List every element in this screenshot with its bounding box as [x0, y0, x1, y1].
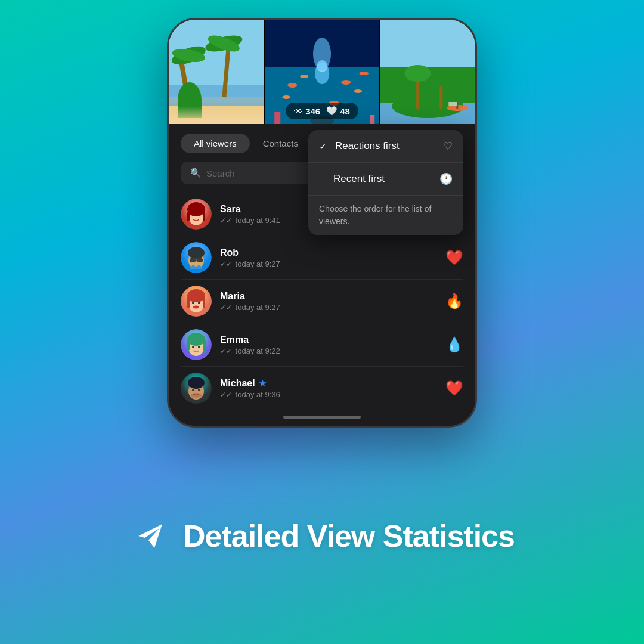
search-icon: 🔍 [190, 168, 202, 178]
viewer-time: ✓✓ today at 9:27 [220, 259, 445, 268]
svg-rect-46 [197, 258, 203, 262]
tooltip-box: Choose the order for the list of viewers… [308, 195, 463, 235]
svg-point-69 [129, 515, 171, 557]
reactions-first-text: Reactions first [335, 140, 400, 152]
viewer-info: Rob ✓✓ today at 9:27 [220, 247, 445, 268]
recent-first-text: Recent first [333, 173, 385, 185]
viewer-name: Rob [220, 247, 445, 258]
page-wrapper: 👁 346 🤍 48 [0, 0, 644, 644]
home-indicator [283, 416, 361, 419]
read-checkmark: ✓✓ [220, 260, 232, 268]
like-count: 48 [340, 106, 350, 116]
avatar [181, 373, 212, 404]
svg-point-40 [192, 214, 194, 216]
premium-star-badge: ★ [259, 379, 267, 388]
svg-point-61 [192, 346, 194, 348]
search-placeholder: Search [206, 168, 235, 178]
svg-point-31 [431, 72, 452, 86]
svg-rect-34 [449, 102, 457, 106]
svg-point-44 [188, 247, 205, 259]
footer-title: Detailed View Statistics [183, 518, 515, 554]
svg-rect-45 [190, 258, 196, 262]
media-cell-right [380, 20, 475, 124]
read-checkmark: ✓✓ [220, 304, 232, 312]
heart-icon: 🤍 [326, 106, 338, 116]
svg-rect-47 [196, 259, 197, 261]
sort-dropdown: ✓ Reactions first ♡ Recent first 🕐 Choos… [308, 130, 463, 235]
svg-rect-52 [203, 296, 205, 308]
svg-rect-38 [187, 212, 190, 221]
avatar [181, 242, 212, 273]
svg-point-50 [187, 289, 205, 302]
svg-point-16 [341, 80, 351, 85]
list-item[interactable]: Michael ★ ✓✓ today at 9:36 ❤️ [181, 367, 463, 410]
read-checkmark: ✓✓ [220, 216, 232, 225]
viewer-info: Michael ★ ✓✓ today at 9:36 [220, 378, 445, 399]
checkmark-selected-icon: ✓ [319, 141, 327, 152]
viewer-info: Emma ✓✓ today at 9:22 [220, 335, 445, 355]
list-item[interactable]: Emma ✓✓ today at 9:22 💧 [181, 323, 463, 367]
svg-point-41 [198, 214, 200, 216]
tabs-group: All viewers Contacts [181, 134, 311, 153]
viewer-time: ✓✓ today at 9:36 [220, 390, 445, 399]
recent-first-label: Recent first [319, 173, 385, 185]
svg-point-29 [405, 65, 431, 82]
svg-point-15 [300, 75, 308, 78]
reactions-first-label: ✓ Reactions first [319, 140, 400, 152]
phone-mockup: 👁 346 🤍 48 [167, 18, 477, 428]
svg-point-37 [187, 202, 205, 216]
svg-rect-60 [203, 340, 206, 353]
svg-point-68 [191, 393, 202, 398]
svg-point-66 [192, 389, 194, 391]
reaction-emoji: ❤️ [445, 249, 463, 266]
media-grid: 👁 346 🤍 48 [169, 20, 475, 124]
svg-point-19 [282, 95, 290, 99]
view-count: 346 [305, 106, 320, 116]
viewer-time: ✓✓ today at 9:27 [220, 303, 445, 312]
view-stat: 👁 346 [294, 106, 320, 116]
svg-point-54 [198, 302, 200, 304]
viewer-time: ✓✓ today at 9:22 [220, 346, 445, 355]
svg-point-67 [198, 389, 200, 391]
svg-point-62 [198, 346, 200, 348]
viewer-name: Emma [220, 335, 445, 345]
dropdown-item-recent-first[interactable]: Recent first 🕐 [308, 163, 463, 195]
svg-point-55 [193, 306, 199, 309]
svg-rect-59 [187, 340, 190, 351]
svg-rect-39 [203, 212, 205, 221]
tooltip-text: Choose the order for the list of viewers… [319, 203, 453, 228]
avatar [181, 199, 212, 230]
media-stats: 👁 346 🤍 48 [265, 103, 379, 119]
svg-point-53 [192, 302, 194, 304]
viewer-name: Michael ★ [220, 378, 445, 389]
svg-rect-3 [169, 85, 264, 106]
svg-point-13 [317, 60, 327, 72]
reaction-emoji: ❤️ [445, 380, 463, 397]
tab-all-viewers[interactable]: All viewers [181, 134, 250, 153]
read-checkmark: ✓✓ [220, 391, 232, 399]
eye-icon: 👁 [294, 106, 303, 116]
svg-point-14 [287, 83, 297, 88]
list-item[interactable]: Rob ✓✓ today at 9:27 ❤️ [181, 236, 463, 280]
svg-point-20 [359, 72, 369, 75]
dropdown-item-reactions-first[interactable]: ✓ Reactions first ♡ [308, 130, 463, 163]
reaction-emoji: 💧 [445, 336, 463, 353]
tab-contacts[interactable]: Contacts [250, 134, 311, 153]
like-stat: 🤍 48 [326, 106, 350, 116]
avatar [181, 329, 212, 360]
avatar [181, 286, 212, 317]
svg-rect-2 [169, 103, 264, 124]
viewer-info: Maria ✓✓ today at 9:27 [220, 291, 445, 312]
list-item[interactable]: Maria ✓✓ today at 9:27 🔥 [181, 280, 463, 323]
clock-icon: 🕐 [439, 172, 453, 185]
read-checkmark: ✓✓ [220, 347, 232, 355]
svg-point-58 [187, 333, 205, 346]
svg-rect-25 [380, 20, 475, 67]
telegram-logo-icon [129, 515, 171, 557]
svg-point-12 [315, 63, 329, 84]
footer-section: Detailed View Statistics [94, 428, 550, 644]
media-cell-left [169, 20, 264, 124]
svg-rect-51 [187, 296, 190, 308]
svg-point-17 [354, 89, 362, 93]
svg-point-65 [188, 377, 205, 389]
